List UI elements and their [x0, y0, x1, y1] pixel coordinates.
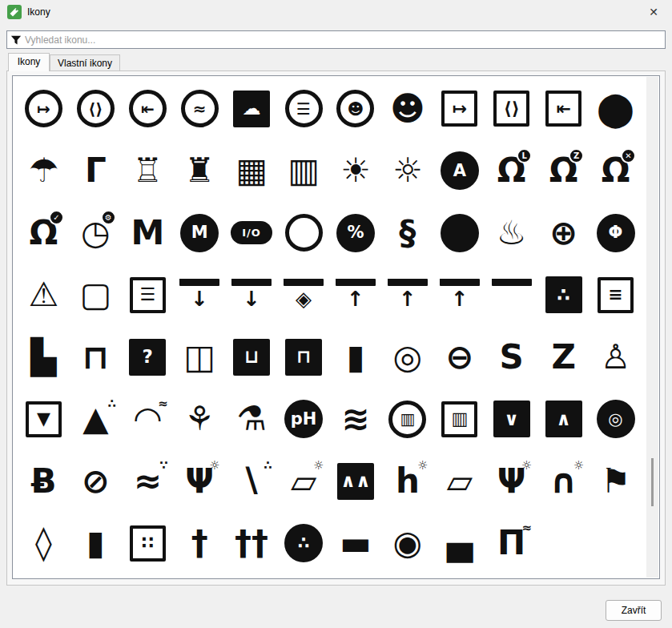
- icon-bell-reminder[interactable]: ΩL: [485, 140, 537, 203]
- icon-awning-retract[interactable]: ↑: [329, 264, 381, 327]
- icon-spot-light-ring[interactable]: ◎: [381, 326, 433, 388]
- icon-outdoor-shower-sun[interactable]: ∩☼: [537, 450, 590, 513]
- icon-flame[interactable]: ♨: [485, 202, 537, 264]
- icon-balcony-vents[interactable]: ▥: [278, 140, 330, 203]
- icon-socket-swiss[interactable]: ∴: [537, 264, 590, 327]
- icon-power-button[interactable]: Φ: [590, 202, 642, 264]
- icon-sun-bright[interactable]: ☀: [329, 140, 381, 203]
- tab-vlastni-ikony[interactable]: Vlastní ikony: [50, 54, 120, 71]
- icon-intake-down[interactable]: ∨: [485, 388, 537, 451]
- icon-awning-retract-alt[interactable]: ↑: [381, 264, 433, 327]
- icon-irrigation-plants[interactable]: ⚘: [174, 388, 226, 451]
- icon-projector-screen-chat[interactable]: ☁: [226, 78, 278, 140]
- icon-robot-vacuum-dock[interactable]: ◉: [381, 513, 433, 575]
- icon-letter-m[interactable]: M: [122, 202, 174, 264]
- icon-audio-jack[interactable]: †: [174, 513, 226, 575]
- icon-blinds-round[interactable]: ☰: [278, 78, 330, 140]
- icon-globe[interactable]: ⊕: [537, 202, 590, 264]
- icon-shutter-partial-square[interactable]: ⟨⟩: [485, 78, 537, 140]
- icon-roller-door[interactable]: ▢: [70, 264, 122, 327]
- icon-bell-confirmed[interactable]: Ω✓: [18, 202, 70, 264]
- icon-shutter-open-circle[interactable]: ↦: [18, 78, 70, 140]
- icon-balcony-railing[interactable]: ♜: [174, 140, 226, 203]
- icon-desk-lamp[interactable]: Γ: [70, 140, 122, 203]
- icon-audio-jack-double[interactable]: ††: [226, 513, 278, 575]
- icon-updown-chevrons[interactable]: ◊: [18, 513, 70, 575]
- icon-ph-drop[interactable]: pH: [278, 388, 330, 451]
- icon-hdmi-plug[interactable]: ▬: [329, 513, 381, 575]
- icon-shutter-open-square[interactable]: ↦: [433, 78, 485, 140]
- icon-balcony-curtain[interactable]: ♖: [122, 140, 174, 203]
- icon-letter-m-disc[interactable]: M: [174, 202, 226, 264]
- icon-shutter-partial-circle[interactable]: ⟨⟩: [70, 78, 122, 140]
- icon-vacuum-disabled[interactable]: ⊘: [70, 450, 122, 513]
- icon-robot-mower[interactable]: ▄: [433, 513, 485, 575]
- icon-pool-ladder[interactable]: Π≈: [485, 513, 537, 575]
- icon-user-avatar-circle[interactable]: ☻: [329, 78, 381, 140]
- icon-bluetooth[interactable]: Ƀ: [18, 450, 70, 513]
- icon-terrace-dining-sun[interactable]: Ψ☼: [485, 450, 537, 513]
- icon-spot-light-flat[interactable]: ⊖: [433, 326, 485, 388]
- icon-awning-waves-circle[interactable]: ≈: [174, 78, 226, 140]
- icon-awning-retract-small[interactable]: ↑: [433, 264, 485, 327]
- icon-usb-plug[interactable]: ∷: [122, 513, 174, 575]
- icon-roller-shutter-stack[interactable]: ☰: [122, 264, 174, 327]
- icon-chemistry-flask[interactable]: ⚗: [226, 388, 278, 451]
- icon-vent-rect[interactable]: ▥: [433, 388, 485, 451]
- icon-eiffel-tower[interactable]: ♙: [590, 326, 642, 388]
- icon-spot-light-cylinder[interactable]: ▮: [329, 326, 381, 388]
- icon-energy-saving-bulb[interactable]: §: [381, 202, 433, 264]
- icon-bell-dismiss[interactable]: Ω✕: [590, 140, 642, 203]
- icon-door-unknown[interactable]: ?: [122, 326, 174, 388]
- scrollbar-track[interactable]: [646, 77, 658, 578]
- icon-garage-door[interactable]: ≡: [590, 264, 642, 327]
- icon-humidity-drop[interactable]: %: [329, 202, 381, 264]
- icon-speech-bubble[interactable]: ⬤: [590, 78, 642, 140]
- icon-user-avatar[interactable]: ☻: [381, 78, 433, 140]
- icon-ring-outline[interactable]: [278, 202, 330, 264]
- icon-warning-triangle[interactable]: ⚠: [18, 264, 70, 327]
- icon-picture-frame[interactable]: ∧∧: [329, 450, 381, 513]
- icon-vent-round[interactable]: ▥: [381, 388, 433, 451]
- icon-door-locked[interactable]: ⊓: [278, 326, 330, 388]
- icon-door-unlocked[interactable]: ⊔: [226, 326, 278, 388]
- icon-dining-sun[interactable]: Ψ☼: [174, 450, 226, 513]
- icon-awning-extend-small[interactable]: ↓: [226, 264, 278, 327]
- scrollbar-thumb[interactable]: [651, 458, 654, 506]
- icon-io-toggle[interactable]: I/O: [226, 202, 278, 264]
- icon-filled-circle[interactable]: [433, 202, 485, 264]
- icon-balcony-solid[interactable]: ▦: [226, 140, 278, 203]
- icon-boots[interactable]: ▙: [18, 326, 70, 388]
- window-close-button[interactable]: ✕: [635, 0, 672, 24]
- close-dialog-button[interactable]: Zavřít: [606, 600, 662, 621]
- icon-shutter-closed-circle[interactable]: ⇤: [122, 78, 174, 140]
- icon-awning-extend[interactable]: ↓: [174, 264, 226, 327]
- icon-sun-dim[interactable]: ☼: [381, 140, 433, 203]
- icon-swimmer[interactable]: ≋: [329, 388, 381, 451]
- icon-door-open[interactable]: ◫: [174, 326, 226, 388]
- icon-umbrella-lamp[interactable]: ☂: [18, 140, 70, 203]
- icon-golf-flag[interactable]: ⚑: [590, 450, 642, 513]
- icon-printer-3d[interactable]: ▼: [18, 388, 70, 451]
- icon-awning-frame[interactable]: [485, 264, 537, 327]
- icon-fountain-light[interactable]: ◠≈: [122, 388, 174, 451]
- icon-alarm-clock-settings[interactable]: ◷⚙: [70, 202, 122, 264]
- tab-ikony[interactable]: Ikony: [8, 53, 50, 71]
- icon-auto-mode-disc[interactable]: A: [433, 140, 485, 203]
- icon-awning-diamond[interactable]: ◈: [278, 264, 330, 327]
- icon-door-frame[interactable]: ⊓: [70, 326, 122, 388]
- icon-usb-flash-drive[interactable]: ▮: [70, 513, 122, 575]
- icon-film-strip-z[interactable]: Z: [537, 326, 590, 388]
- icon-chaise-longue[interactable]: ▱: [433, 450, 485, 513]
- icon-sand-pile[interactable]: ▲∴: [70, 388, 122, 451]
- icon-lounge-sofa-sun[interactable]: h☼: [381, 450, 433, 513]
- icon-sweeping-broom[interactable]: ∖∴: [226, 450, 278, 513]
- icon-bell-snooze[interactable]: ΩZ: [537, 140, 590, 203]
- icon-film-strip-s[interactable]: S: [485, 326, 537, 388]
- icon-socket-round[interactable]: ∴: [278, 513, 330, 575]
- search-input[interactable]: [25, 34, 662, 46]
- icon-speaker-disc[interactable]: ◎: [590, 388, 642, 451]
- icon-intake-up[interactable]: ∧: [537, 388, 590, 451]
- icon-sun-lounger[interactable]: ▱☼: [278, 450, 330, 513]
- icon-waves-drops[interactable]: ≈∵: [122, 450, 174, 513]
